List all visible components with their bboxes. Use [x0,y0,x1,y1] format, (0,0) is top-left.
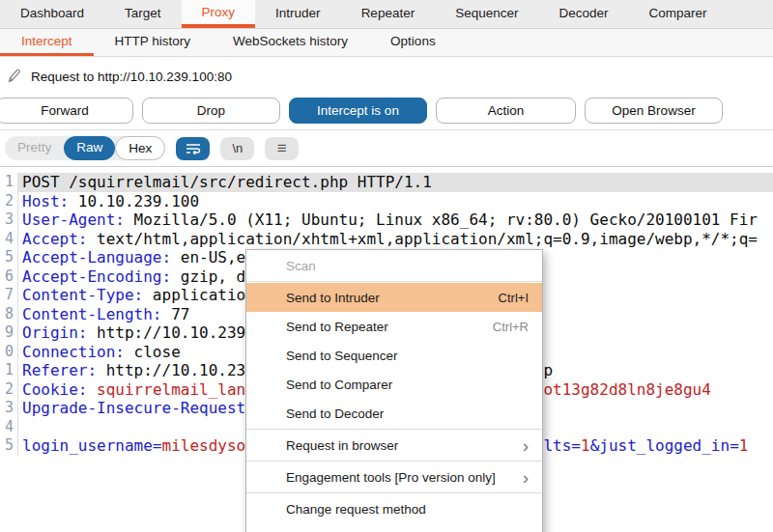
menu-separator [246,281,542,282]
context-menu: ScanSend to IntruderCtrl+ISend to Repeat… [245,249,543,532]
line-number: 5 [0,248,18,267]
line-number: 9 [0,323,18,343]
line-number: 6 [0,267,18,287]
proxy-sub-tab-bar: Intercept HTTP history WebSockets histor… [0,29,773,57]
view-pretty-segment[interactable]: Pretty [5,136,64,160]
pencil-icon [6,68,23,85]
menu-item-shortcut: Ctrl+I [499,291,529,305]
menu-item-label: Engagement tools [Pro version only] [286,470,511,485]
request-target-label: Request to http://10.10.239.100:80 [31,70,232,84]
code-line[interactable]: 4Accept: text/html,application/xhtml+xml… [0,230,773,249]
menu-item-label: Request in browser [286,438,511,453]
line-number: 1 [0,361,18,380]
menu-item-label: Change request method [286,502,529,517]
line-number: 0 [0,343,18,362]
menu-item-label: Send to Repeater [286,320,475,334]
tab-proxy[interactable]: Proxy [182,0,256,28]
view-mode-segments: Pretty Raw Hex [5,136,165,160]
menu-item-send-to-intruder[interactable]: Send to IntruderCtrl+I [246,283,542,312]
menu-item-change-request-method[interactable]: Change request method [246,494,542,523]
burp-suite-window: Dashboard Target Proxy Intruder Repeater… [0,0,773,532]
tab-intruder[interactable]: Intruder [255,0,341,28]
line-number: 7 [0,286,18,305]
menu-item-label: Scan [286,259,529,273]
menu-separator [246,461,542,462]
main-tab-bar: Dashboard Target Proxy Intruder Repeater… [0,0,773,29]
menu-item-send-to-comparer[interactable]: Send to Comparer [246,370,542,399]
intercept-toggle-button[interactable]: Intercept is on [289,98,427,124]
request-bar: Request to http://10.10.239.100:80 [0,57,773,96]
message-editor-toolbar: Pretty Raw Hex \n ≡ [0,130,773,167]
code-line[interactable]: 3User-Agent: Mozilla/5.0 (X11; Ubuntu; L… [0,210,773,230]
line-number: 1 [0,173,18,192]
code-line[interactable]: 2Host: 10.10.239.100 [0,192,773,211]
tab-http-history[interactable]: HTTP history [94,29,213,56]
line-number: 8 [0,305,18,324]
tab-decoder[interactable]: Decoder [538,0,628,28]
line-number: 3 [0,399,18,418]
view-hex-segment[interactable]: Hex [115,136,165,160]
line-number: 4 [0,418,18,437]
newline-toggle[interactable]: \n [220,137,254,160]
tab-dashboard[interactable]: Dashboard [0,0,104,28]
menu-item-shortcut: Ctrl+R [493,320,529,334]
line-number: 3 [0,210,18,230]
code-line[interactable]: 1POST /squirrelmail/src/redirect.php HTT… [0,173,773,192]
menu-item-label: Send to Intruder [286,291,481,305]
menu-item-label: Send to Decoder [286,406,529,421]
menu-item-scan[interactable]: Scan [246,251,542,280]
tab-websockets-history[interactable]: WebSockets history [212,29,369,56]
editor-menu-icon[interactable]: ≡ [265,137,299,160]
submenu-arrow-icon: › [523,468,529,487]
menu-item-label: Send to Sequencer [286,349,529,363]
tab-repeater[interactable]: Repeater [341,0,436,28]
view-raw-segment[interactable]: Raw [64,136,115,160]
line-number: 2 [0,192,18,211]
drop-button[interactable]: Drop [142,98,280,124]
line-number: 4 [0,230,18,249]
line-number: 5 [0,436,18,456]
menu-item-change-body-encoding[interactable]: Change body encoding [246,523,542,532]
tab-comparer[interactable]: Comparer [629,0,728,28]
menu-item-send-to-repeater[interactable]: Send to RepeaterCtrl+R [246,312,542,341]
tab-sequencer[interactable]: Sequencer [435,0,538,28]
word-wrap-icon[interactable] [176,137,210,160]
tab-target[interactable]: Target [104,0,182,28]
intercept-controls: Forward Drop Intercept is on Action Open… [0,96,773,130]
line-number: 2 [0,380,18,400]
forward-button[interactable]: Forward [0,98,133,124]
menu-separator [246,429,542,430]
tab-options[interactable]: Options [369,29,457,56]
menu-item-label: Send to Comparer [286,378,529,392]
tab-intercept[interactable]: Intercept [0,29,94,56]
menu-item-send-to-decoder[interactable]: Send to Decoder [246,399,542,428]
menu-item-request-in-browser[interactable]: Request in browser› [246,431,542,460]
submenu-arrow-icon: › [523,436,529,455]
action-button[interactable]: Action [436,98,576,124]
open-browser-button[interactable]: Open Browser [585,98,723,124]
menu-item-send-to-sequencer[interactable]: Send to Sequencer [246,341,542,370]
menu-item-engagement-tools-pro-version-only[interactable]: Engagement tools [Pro version only]› [246,462,542,491]
menu-separator [246,492,542,493]
